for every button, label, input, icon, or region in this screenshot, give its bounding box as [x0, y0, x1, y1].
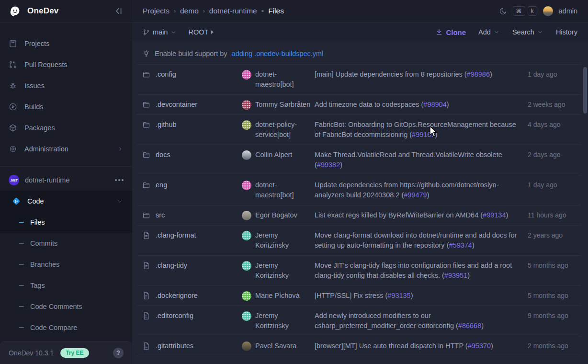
- buildspec-link[interactable]: adding .onedev-buildspec.yml: [232, 50, 324, 57]
- issue-link[interactable]: #98904: [423, 101, 446, 108]
- sidebar-nav: Projects Pull Requests Issues Builds Pac…: [0, 23, 132, 341]
- sidebar-collapse-button[interactable]: [114, 6, 124, 16]
- issue-link[interactable]: #59374: [449, 241, 472, 249]
- author-name: dotnet-maestro[bot]: [255, 69, 312, 90]
- sidebar-item-label: Branches: [30, 261, 59, 268]
- file-name-link[interactable]: .editorconfig: [156, 311, 193, 321]
- author-avatar: [242, 231, 251, 240]
- vertical-scrollbar[interactable]: [583, 67, 587, 114]
- file-toolbar: main ROOT Clone Add Search: [132, 23, 588, 42]
- try-ee-badge[interactable]: Try EE: [60, 348, 89, 358]
- sidebar-item-commits[interactable]: Commits: [0, 233, 132, 254]
- version-label: OneDev 10.3.1: [9, 349, 54, 357]
- history-button[interactable]: History: [556, 28, 577, 36]
- sidebar: OneDev Projects Pull Requests Issues Bui…: [0, 0, 132, 364]
- issue-link[interactable]: #93951: [444, 272, 467, 279]
- sidebar-item-files[interactable]: Files: [0, 212, 132, 233]
- author-name: Jeremy Koritzinsky: [255, 261, 312, 281]
- issue-link[interactable]: #95370: [468, 342, 491, 350]
- file-row--dockerignore[interactable]: .dockerignore Marie Píchová [HTTP/SSL] F…: [136, 286, 581, 306]
- commit-message: Move JIT's clang-tidy flags into configu…: [315, 261, 528, 281]
- project-menu-button[interactable]: [115, 179, 124, 181]
- sidebar-item-label: Builds: [24, 103, 44, 111]
- clone-button[interactable]: Clone: [435, 28, 466, 36]
- commit-date: 11 hours ago: [528, 210, 576, 220]
- file-row--gitattributes[interactable]: .gitattributes Pavel Savara [browser][MT…: [136, 336, 581, 356]
- sidebar-item-builds[interactable]: Builds: [0, 96, 132, 117]
- author-name: Jeremy Koritzinsky: [255, 311, 312, 331]
- sidebar-item-projects[interactable]: Projects: [0, 33, 132, 54]
- dash-bullet-icon: [19, 222, 24, 223]
- toolbar-right: Clone Add Search History: [435, 28, 577, 36]
- sidebar-item-code-compare[interactable]: Code Compare: [0, 317, 132, 338]
- sidebar-item-packages[interactable]: Packages: [0, 117, 132, 138]
- path-root-button[interactable]: ROOT: [188, 28, 214, 36]
- add-menu-button[interactable]: Add: [478, 28, 500, 36]
- sidebar-project-row[interactable]: .NET dotnet-runtime: [0, 170, 132, 191]
- breadcrumb: Projects › demo › dotnet-runtime • Files: [143, 7, 284, 15]
- file-row--clang-tidy[interactable]: .clang-tidy Jeremy Koritzinsky Move JIT'…: [136, 256, 581, 286]
- issue-link[interactable]: #99169: [412, 131, 435, 138]
- author-name: Collin Alpert: [255, 150, 292, 160]
- chevron-down-icon: [116, 198, 124, 205]
- sidebar-item-label: Pull Requests: [24, 61, 67, 68]
- user-avatar[interactable]: [543, 6, 553, 16]
- issue-link[interactable]: #99134: [483, 211, 506, 219]
- search-menu-button[interactable]: Search: [512, 28, 543, 36]
- sidebar-item-issues[interactable]: Issues: [0, 75, 132, 96]
- breadcrumb-dotnet-runtime[interactable]: dotnet-runtime: [209, 7, 257, 15]
- file-name-link[interactable]: src: [156, 210, 165, 220]
- commit-date: 1 day ago: [528, 180, 576, 190]
- chevron-right-icon: [117, 146, 124, 152]
- sidebar-item-code-comments[interactable]: Code Comments: [0, 296, 132, 317]
- triangle-right-icon: [211, 30, 214, 34]
- shortcut-cmd-key: ⌘: [513, 6, 525, 16]
- issue-link[interactable]: #99382: [317, 161, 340, 169]
- file-row--github[interactable]: .github dotnet-policy-service[bot] Fabri…: [136, 115, 581, 145]
- file-row--editorconfig[interactable]: .editorconfig Jeremy Koritzinsky Add new…: [136, 306, 581, 336]
- page-title: Files: [268, 7, 284, 15]
- branch-picker[interactable]: main: [143, 28, 177, 36]
- dark-mode-toggle-icon[interactable]: [499, 7, 507, 15]
- issue-link[interactable]: #93135: [387, 292, 410, 299]
- issue-link[interactable]: #99479: [404, 191, 427, 199]
- help-button[interactable]: ?: [113, 348, 124, 358]
- file-row--config[interactable]: .config dotnet-maestro[bot] [main] Updat…: [136, 65, 581, 95]
- file-name-link[interactable]: .devcontainer: [156, 100, 197, 110]
- commit-date: 5 months ago: [528, 291, 576, 301]
- file-name-link[interactable]: eng: [156, 180, 167, 190]
- author-avatar: [242, 211, 251, 220]
- sidebar-item-pull-requests[interactable]: Pull Requests: [0, 54, 132, 75]
- file-name-link[interactable]: .dockerignore: [156, 291, 198, 301]
- bulb-icon: [142, 49, 150, 57]
- breadcrumb-projects[interactable]: Projects: [143, 7, 170, 15]
- issue-link[interactable]: #86668: [458, 322, 481, 330]
- app-title: OneDev: [27, 6, 58, 16]
- file-row--clang-format[interactable]: .clang-format Jeremy Koritzinsky Move cl…: [136, 226, 581, 256]
- file-row-eng[interactable]: eng dotnet-maestro[bot] Update dependenc…: [136, 175, 581, 205]
- bug-icon: [9, 81, 17, 90]
- sidebar-item-administration[interactable]: Administration: [0, 138, 132, 159]
- sidebar-item-branches[interactable]: Branches: [0, 254, 132, 275]
- code-icon: [11, 196, 21, 206]
- file-name-link[interactable]: .clang-tidy: [156, 261, 187, 271]
- file-name-link[interactable]: .github: [156, 120, 177, 130]
- file-name-link[interactable]: .gitattributes: [156, 341, 193, 351]
- issue-link[interactable]: #98986: [467, 70, 490, 78]
- top-bar: Projects › demo › dotnet-runtime • Files…: [132, 0, 588, 23]
- breadcrumb-demo[interactable]: demo: [180, 7, 199, 15]
- file-row--devcontainer[interactable]: .devcontainer Tommy Sørbråten Add timezo…: [136, 95, 581, 115]
- commit-date: 2 days ago: [528, 150, 576, 160]
- file-name-link[interactable]: .config: [156, 69, 176, 80]
- author-name: Marie Píchová: [255, 291, 300, 301]
- dotnet-badge: .NET: [9, 175, 19, 185]
- user-name[interactable]: admin: [559, 7, 578, 15]
- file-name-link[interactable]: .clang-format: [156, 230, 196, 240]
- file-row-src[interactable]: src Egor Bogatov List exact regs killed …: [136, 205, 581, 226]
- file-name-link[interactable]: docs: [156, 150, 170, 160]
- chevron-separator-icon: ›: [174, 8, 176, 14]
- sidebar-item-code[interactable]: Code: [0, 191, 132, 212]
- file-icon: [142, 292, 150, 300]
- sidebar-item-tags[interactable]: Tags: [0, 275, 132, 296]
- file-row-docs[interactable]: docs Collin Alpert Make Thread.VolatileR…: [136, 145, 581, 175]
